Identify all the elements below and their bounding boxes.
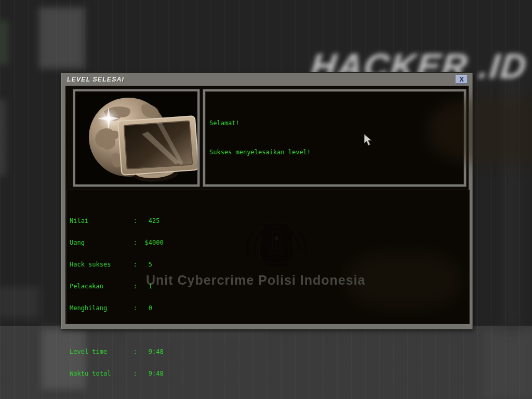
dialog-client-area: Selamat! Sukses menyelesaikan level! <box>65 86 469 324</box>
level-image-panel <box>73 89 200 187</box>
level-complete-dialog: LEVEL SELESAI X <box>61 73 473 329</box>
message-panel: Selamat! Sukses menyelesaikan level! <box>203 89 466 187</box>
stat-line-uang: Uang : $4000 <box>70 239 325 246</box>
stat-line-waktu-total: Waktu total : 9:48 <box>70 370 325 377</box>
arrow-cursor-icon <box>364 134 374 147</box>
globe-monitor-icon <box>75 91 197 184</box>
blank-line <box>70 392 325 399</box>
stat-line-pelacakan: Pelacakan : 1 <box>70 283 325 290</box>
stat-line-menghilang: Menghilang : 0 <box>70 304 325 312</box>
close-button[interactable]: X <box>456 75 468 84</box>
stat-line-level-time: Level time : 9:48 <box>70 348 325 355</box>
stat-line-hack-sukses: Hack sukses : 5 <box>70 261 325 268</box>
dialog-title-bar[interactable]: LEVEL SELESAI <box>62 73 472 86</box>
close-icon: X <box>459 76 463 83</box>
blank-line <box>70 326 325 334</box>
message-line-1: Selamat! <box>209 119 461 127</box>
stats-panel: Unit Cybercrime Polisi Indonesia Nilai :… <box>66 190 470 324</box>
stat-line-nilai: Nilai : 425 <box>70 217 325 224</box>
stats-readout: Nilai : 425 Uang : $4000 Hack sukses : 5… <box>70 203 325 399</box>
message-line-2: Sukses menyelesaikan level! <box>209 149 461 156</box>
dialog-title: LEVEL SELESAI <box>62 76 124 83</box>
